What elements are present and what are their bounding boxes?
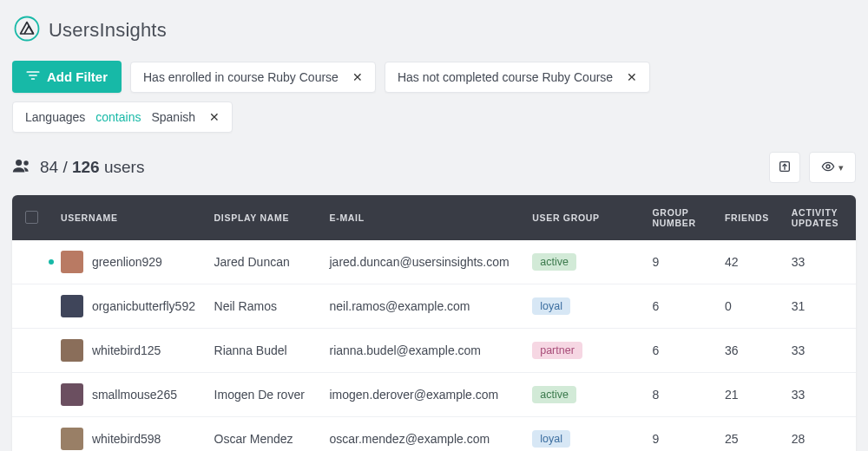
users-table: Username Display Name E-mail User Group … <box>12 195 856 451</box>
email: oscar.mendez@example.com <box>329 432 490 446</box>
email: jared.duncan@usersinsights.com <box>329 255 509 269</box>
brand-name: UsersInsights <box>49 19 167 42</box>
tag-loyal: loyal <box>532 430 570 448</box>
export-button[interactable] <box>769 152 800 183</box>
tag-active: active <box>532 253 576 271</box>
avatar <box>61 295 83 317</box>
brand: UsersInsights <box>12 12 856 61</box>
select-all-checkbox[interactable] <box>25 211 38 224</box>
group-number: 6 <box>653 299 660 313</box>
group-number: 6 <box>653 343 660 357</box>
activity-updates: 33 <box>792 255 806 269</box>
table-toolbar: ▾ <box>769 152 856 183</box>
display-name: Neil Ramos <box>214 299 277 313</box>
tag-loyal: loyal <box>532 297 570 315</box>
avatar <box>61 251 83 273</box>
count-shown: 84 <box>40 158 58 176</box>
activity-updates: 33 <box>792 388 806 402</box>
group-number: 9 <box>653 432 660 446</box>
col-user-group[interactable]: User Group <box>523 195 643 240</box>
tag-partner: partner <box>532 342 582 359</box>
user-group-tags: partner <box>532 342 635 359</box>
friends-count: 25 <box>725 432 739 446</box>
logo-icon <box>14 16 40 45</box>
col-display-name[interactable]: Display Name <box>206 195 321 240</box>
export-icon <box>778 160 792 176</box>
filter-chip-text: Has not completed course Ruby Course <box>398 70 613 84</box>
username: greenlion929 <box>92 255 162 269</box>
users-icon <box>12 158 31 178</box>
group-number: 8 <box>653 388 660 402</box>
username: whitebird125 <box>92 343 161 357</box>
avatar <box>61 383 83 406</box>
online-indicator <box>49 259 54 265</box>
activity-updates: 31 <box>792 299 806 313</box>
email: rianna.budel@example.com <box>329 343 481 357</box>
svg-point-8 <box>826 165 830 168</box>
user-group-tags: active <box>532 386 635 403</box>
filter-bar: Add Filter Has enrolled in course Ruby C… <box>12 61 856 133</box>
filter-chip[interactable]: Languages contains Spanish✕ <box>12 101 233 133</box>
group-number: 9 <box>653 255 660 269</box>
friends-count: 36 <box>725 343 739 357</box>
username: smallmouse265 <box>92 388 177 402</box>
table-row[interactable]: organicbutterfly592Neil Ramosneil.ramos@… <box>12 284 856 329</box>
friends-count: 42 <box>725 255 739 269</box>
table-row[interactable]: smallmouse265Imogen De roverimogen.derov… <box>12 373 856 417</box>
display-name: Rianna Budel <box>214 343 287 357</box>
user-group-tags: loyal <box>532 297 635 315</box>
filter-chip-remove[interactable]: ✕ <box>623 71 641 83</box>
user-count-summary: 84 / 126 users <box>12 158 144 178</box>
col-friends[interactable]: Friends <box>716 195 783 240</box>
tag-active: active <box>532 386 576 403</box>
activity-updates: 33 <box>792 343 806 357</box>
filter-icon <box>26 69 40 84</box>
filter-chip-operator: contains <box>95 110 141 124</box>
filter-chip[interactable]: Has not completed course Ruby Course✕ <box>385 62 650 93</box>
user-group-tags: loyal <box>532 430 635 448</box>
count-total: 126 <box>72 158 100 176</box>
email: imogen.derover@example.com <box>329 388 498 402</box>
filter-chip-text: Has enrolled in course Ruby Course <box>143 70 339 84</box>
svg-point-4 <box>16 160 22 166</box>
filter-chip-value: Spanish <box>151 110 195 124</box>
col-email[interactable]: E-mail <box>320 195 523 240</box>
col-username[interactable]: Username <box>52 195 206 240</box>
user-group-tags: active <box>532 253 635 271</box>
table-row[interactable]: whitebird125Rianna Budelrianna.budel@exa… <box>12 329 856 373</box>
eye-icon <box>821 160 835 176</box>
display-name: Oscar Mendez <box>214 432 293 446</box>
activity-updates: 28 <box>792 432 806 446</box>
username: whitebird598 <box>92 432 161 446</box>
col-activity[interactable]: Activity Updates <box>783 195 856 240</box>
avatar <box>61 428 83 450</box>
chevron-down-icon: ▾ <box>838 162 844 173</box>
filter-chip[interactable]: Has enrolled in course Ruby Course✕ <box>130 62 376 93</box>
filter-chip-remove[interactable]: ✕ <box>206 111 223 123</box>
filter-chip-text: Languages <box>25 110 85 124</box>
col-group-number[interactable]: Group Number <box>644 195 716 240</box>
filter-chip-remove[interactable]: ✕ <box>349 71 366 83</box>
friends-count: 0 <box>725 299 732 313</box>
add-filter-button[interactable]: Add Filter <box>12 61 122 93</box>
table-row[interactable]: whitebird598Oscar Mendezoscar.mendez@exa… <box>12 417 856 452</box>
columns-visibility-button[interactable]: ▾ <box>809 152 856 183</box>
display-name: Jared Duncan <box>214 255 290 269</box>
table-row[interactable]: greenlion929Jared Duncanjared.duncan@use… <box>12 240 856 284</box>
email: neil.ramos@example.com <box>329 299 470 313</box>
avatar <box>61 339 83 362</box>
username: organicbutterfly592 <box>92 299 195 313</box>
svg-point-5 <box>23 160 28 165</box>
add-filter-label: Add Filter <box>47 69 108 84</box>
friends-count: 21 <box>725 388 739 402</box>
display-name: Imogen De rover <box>214 388 305 402</box>
